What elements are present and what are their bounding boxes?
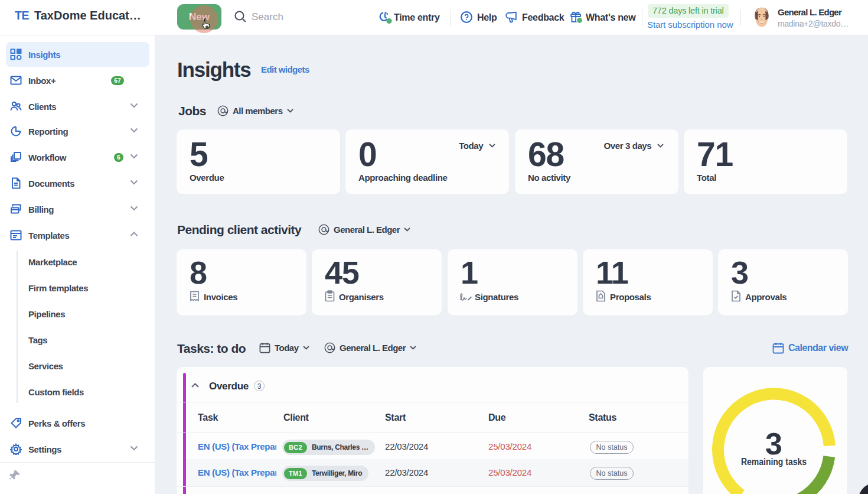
svg-text:Remaining tasks: Remaining tasks — [741, 457, 807, 467]
svg-text:3: 3 — [765, 427, 782, 461]
